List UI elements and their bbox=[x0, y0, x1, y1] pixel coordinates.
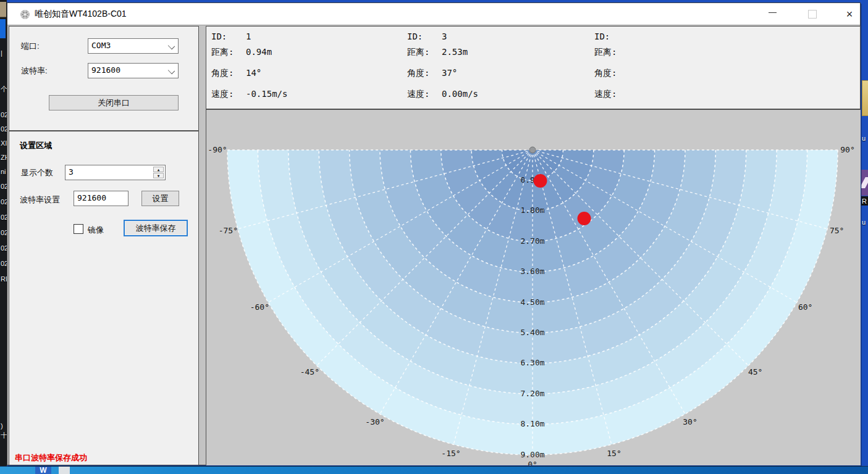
chevron-down-icon bbox=[168, 67, 175, 74]
desktop-icon-text-fragment: 02 bbox=[1, 125, 7, 133]
svg-text:90°: 90° bbox=[840, 145, 854, 154]
angle-label: 角度: bbox=[211, 68, 246, 79]
svg-text:9.00m: 9.00m bbox=[520, 450, 544, 459]
save-baud-button[interactable]: 波特率保存 bbox=[124, 220, 188, 236]
svg-text:3.60m: 3.60m bbox=[520, 267, 544, 276]
target-column-1: ID:1 距离:0.94m 角度:14° 速度:-0.15m/s bbox=[211, 27, 397, 109]
chevron-down-icon bbox=[168, 43, 175, 49]
distance-label: 距离: bbox=[407, 47, 442, 58]
display-count-input[interactable]: 3 ▲ ▼ bbox=[65, 165, 166, 180]
desktop-icon-text-fragment: ) bbox=[1, 422, 3, 430]
targets-info-panel: ID:1 距离:0.94m 角度:14° 速度:-0.15m/s ID:3 距离… bbox=[206, 26, 861, 109]
svg-text:8.10m: 8.10m bbox=[520, 419, 544, 428]
desktop-icon-text-fragment: 02 bbox=[1, 183, 7, 190]
titlebar[interactable]: 唯创知音WT4102B-C01 × bbox=[7, 3, 860, 25]
desktop-icon-fragment-blue bbox=[0, 19, 6, 38]
settings-title: 设置区域 bbox=[20, 140, 52, 151]
angle-value: 14° bbox=[246, 68, 261, 78]
window-title: 唯创知音WT4102B-C01 bbox=[35, 9, 127, 20]
svg-text:0°: 0° bbox=[528, 460, 537, 466]
desktop-icon-text-fragment: u bbox=[862, 218, 866, 226]
count-stepper[interactable]: ▲ ▼ bbox=[153, 167, 164, 178]
angle-value: 37° bbox=[442, 68, 457, 78]
speed-label: 速度: bbox=[211, 89, 246, 100]
desktop-icon-text-fragment: 个 bbox=[1, 85, 7, 94]
maximize-button[interactable] bbox=[798, 3, 827, 25]
close-button[interactable]: × bbox=[835, 3, 864, 25]
baud-label: 波特率: bbox=[21, 65, 48, 77]
stepper-up-icon[interactable]: ▲ bbox=[153, 167, 164, 172]
desktop-icon-text-fragment: 02 bbox=[1, 260, 7, 267]
desktop-icon-text-fragment: u bbox=[862, 135, 866, 142]
distance-label: 距离: bbox=[594, 47, 629, 58]
svg-text:30°: 30° bbox=[683, 417, 697, 426]
svg-text:-75°: -75° bbox=[219, 226, 238, 235]
baud-set-value: 921600 bbox=[77, 193, 106, 202]
target-dot bbox=[533, 174, 547, 188]
id-value: 3 bbox=[442, 31, 447, 41]
set-button[interactable]: 设置 bbox=[141, 191, 179, 206]
port-groupbox: 端口: COM3 波特率: 921600 关闭串口 bbox=[9, 26, 199, 131]
speed-label: 速度: bbox=[594, 89, 629, 100]
baud-combobox[interactable]: 921600 bbox=[88, 63, 179, 78]
desktop-icon-text-fragment: 02 bbox=[1, 244, 7, 252]
svg-text:1.80m: 1.80m bbox=[520, 206, 544, 215]
word-taskbar-icon[interactable]: W bbox=[35, 467, 51, 474]
folder-icon bbox=[862, 80, 868, 116]
id-value: 1 bbox=[246, 31, 251, 41]
desktop-icon-text-fragment: 02 bbox=[1, 229, 7, 236]
svg-text:-15°: -15° bbox=[441, 449, 460, 458]
desktop-icon-text-fragment: 十 bbox=[1, 431, 7, 440]
close-port-button[interactable]: 关闭串口 bbox=[49, 95, 179, 110]
svg-text:45°: 45° bbox=[748, 367, 762, 376]
desktop-icon-text-fragment: R bbox=[862, 198, 867, 205]
display-count-label: 显示个数 bbox=[21, 167, 53, 178]
angle-label: 角度: bbox=[594, 68, 629, 79]
svg-text:4.50m: 4.50m bbox=[520, 297, 544, 307]
desktop-icon-text-fragment: | bbox=[1, 49, 2, 57]
speed-label: 速度: bbox=[407, 89, 442, 100]
svg-text:2.70m: 2.70m bbox=[520, 236, 544, 246]
minimize-button[interactable] bbox=[758, 3, 786, 25]
svg-text:60°: 60° bbox=[798, 302, 812, 312]
svg-text:75°: 75° bbox=[830, 226, 844, 235]
desktop-icon-text-fragment: 02 bbox=[1, 214, 7, 221]
distance-label: 距离: bbox=[211, 47, 246, 58]
port-label: 端口: bbox=[21, 41, 40, 52]
mirror-label: 镜像 bbox=[88, 225, 104, 236]
angle-label: 角度: bbox=[407, 68, 442, 79]
status-message: 串口波特率保存成功 bbox=[15, 452, 87, 464]
desktop-right-strip: uRu bbox=[861, 0, 868, 474]
baud-set-input[interactable]: 921600 bbox=[74, 191, 129, 206]
radar-panel: 0.90m1.80m2.70m3.60m4.50m5.40m6.30m7.20m… bbox=[206, 109, 861, 465]
mirror-checkbox[interactable] bbox=[74, 224, 83, 234]
stepper-down-icon[interactable]: ▼ bbox=[153, 173, 164, 178]
radar-plot: 0.90m1.80m2.70m3.60m4.50m5.40m6.30m7.20m… bbox=[206, 110, 861, 465]
desktop-icon-text-fragment: 02 bbox=[1, 111, 7, 118]
app-icon bbox=[20, 9, 30, 20]
taskbar-icon[interactable] bbox=[59, 467, 70, 474]
target-dot bbox=[578, 212, 591, 225]
target-column-3: ID: 距离: 角度: 速度: bbox=[594, 27, 780, 109]
app-icon bbox=[861, 170, 868, 196]
desktop-icon-text-fragment: XI bbox=[1, 139, 7, 147]
svg-text:5.40m: 5.40m bbox=[520, 328, 544, 337]
svg-text:-60°: -60° bbox=[250, 302, 269, 312]
svg-text:6.30m: 6.30m bbox=[520, 358, 544, 367]
port-combobox-value: COM3 bbox=[91, 41, 111, 50]
taskbar[interactable]: W bbox=[0, 466, 868, 474]
svg-text:15°: 15° bbox=[607, 449, 621, 458]
speed-value: -0.15m/s bbox=[246, 89, 287, 99]
baud-set-label: 波特率设置 bbox=[20, 194, 60, 206]
distance-value: 2.53m bbox=[442, 47, 468, 57]
id-label: ID: bbox=[594, 31, 629, 41]
desktop-icon-text-fragment: ni bbox=[1, 168, 6, 175]
svg-text:-90°: -90° bbox=[208, 145, 227, 154]
desktop-icon-text-fragment: 02 bbox=[1, 198, 7, 206]
settings-groupbox: 设置区域 显示个数 3 ▲ ▼ 波特率设置 921600 设置 镜像 波特率保存… bbox=[9, 131, 199, 465]
port-combobox[interactable]: COM3 bbox=[88, 38, 179, 54]
target-column-2: ID:3 距离:2.53m 角度:37° 速度:0.00m/s bbox=[407, 27, 592, 109]
distance-value: 0.94m bbox=[246, 47, 272, 57]
desktop-icon-text-fragment: RE bbox=[1, 275, 7, 283]
desktop-icon-fragment bbox=[0, 2, 6, 17]
